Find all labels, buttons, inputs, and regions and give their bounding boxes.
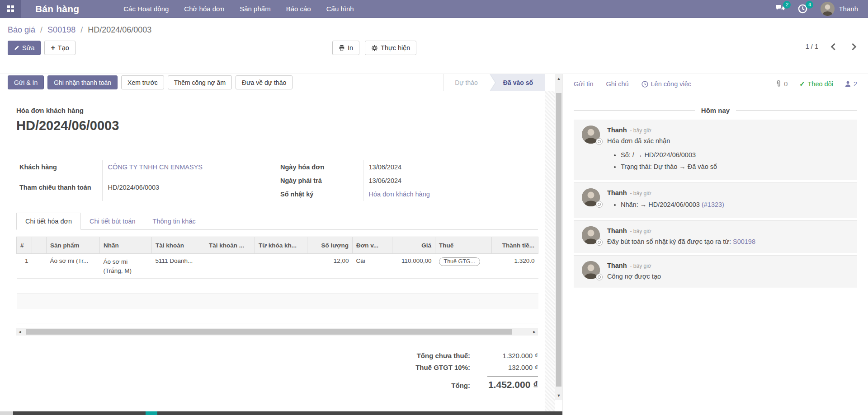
chatter-panel: Gửi tin Ghi chú Lên công việc 0 ✓ Theo d… — [562, 74, 868, 415]
menu-products[interactable]: Sản phẩm — [240, 5, 270, 13]
tracking-change: Số: / → HD/2024/06/0003 — [621, 150, 717, 160]
cell-price[interactable]: 110.000,00 — [392, 254, 435, 279]
message-text: Đây bút toán sổ nhật ký đã được tạo ra t… — [607, 237, 755, 247]
register-payment-button[interactable]: Ghi nhận thanh toán — [47, 75, 118, 89]
message-author[interactable]: Thanh — [607, 226, 627, 236]
tax-tag[interactable]: Thuế GTG... — [439, 257, 480, 266]
record-link[interactable]: (#1323) — [702, 201, 724, 208]
app-title[interactable]: Bán hàng — [35, 4, 79, 14]
pager-count: 1 / 1 — [806, 43, 818, 50]
scroll-left-icon[interactable]: ◄ — [16, 328, 24, 336]
scroll-up-icon[interactable]: ▲ — [555, 75, 562, 82]
total-amount: 1.452.000 ₫ — [479, 379, 538, 390]
follow-button[interactable]: ✓ Theo dõi — [799, 80, 833, 88]
col-label[interactable]: Nhãn — [100, 237, 152, 254]
state-posted[interactable]: Đã vào sổ — [490, 74, 545, 91]
cell-keyword[interactable] — [255, 254, 307, 279]
followers-button[interactable]: 2 — [845, 80, 857, 88]
col-account2[interactable]: Tài khoản ... — [205, 237, 255, 254]
scroll-down-icon[interactable]: ▼ — [555, 392, 562, 399]
menu-activities[interactable]: Các Hoạt động — [123, 5, 169, 13]
col-index: # — [17, 237, 32, 254]
apps-menu-button[interactable] — [0, 0, 21, 18]
schedule-activity-button[interactable]: Lên công việc — [642, 80, 691, 88]
log-note-button[interactable]: Ghi chú — [606, 80, 629, 88]
reset-to-draft-button[interactable]: Đưa về dự thảo — [236, 75, 292, 89]
vertical-scrollbar[interactable]: ▲ ▼ — [555, 74, 562, 400]
scroll-right-icon[interactable]: ► — [531, 328, 538, 336]
bottom-edge-bar — [0, 411, 562, 415]
tab-other-info[interactable]: Thông tin khác — [144, 213, 204, 229]
due-date-label: Ngày phải trả — [277, 174, 363, 187]
attachments-button[interactable]: 0 — [776, 80, 788, 88]
horizontal-scrollbar-thumb[interactable] — [26, 329, 512, 335]
pager-previous-icon[interactable] — [831, 43, 838, 50]
attachments-count: 0 — [784, 80, 788, 88]
cell-account2[interactable] — [205, 254, 255, 279]
vertical-scrollbar-thumb[interactable] — [556, 93, 561, 387]
col-price[interactable]: Giá — [392, 237, 435, 254]
field-group: Khách hàng CÔNG TY TNHH CN ENMASYS Tham … — [16, 160, 538, 201]
cell-product[interactable]: Áo sơ mi (Tr... — [47, 254, 100, 279]
payment-ref-value: HD/2024/06/0003 — [102, 181, 277, 201]
tab-journal-items[interactable]: Chi tiết bút toán — [81, 213, 144, 229]
create-button[interactable]: + Tạo — [44, 41, 75, 55]
action-label: Thực hiện — [381, 44, 410, 51]
col-keyword[interactable]: Từ khóa kh... — [255, 237, 307, 254]
customer-link[interactable]: CÔNG TY TNHH CN ENMASYS — [108, 163, 203, 171]
main-menu: Các Hoạt động Chờ hóa đơn Sản phẩm Báo c… — [123, 5, 354, 13]
tracking-change: Nhãn: → HD/2024/06/0003 (#1323) — [621, 200, 724, 210]
clock-icon — [642, 81, 648, 88]
messages-badge: 2 — [783, 1, 791, 9]
print-button[interactable]: In — [332, 41, 359, 55]
check-icon: ✓ — [799, 80, 805, 88]
source-order-link[interactable]: S00198 — [733, 238, 755, 245]
send-message-button[interactable]: Gửi tin — [574, 80, 594, 88]
menu-reporting[interactable]: Báo cáo — [286, 5, 311, 13]
journal-link[interactable]: Hóa đơn khách hàng — [369, 191, 430, 198]
tab-invoice-lines[interactable]: Chi tiết hóa đơn — [16, 213, 81, 230]
preview-button[interactable]: Xem trước — [121, 75, 164, 89]
pager-next-icon[interactable] — [849, 43, 857, 50]
col-uom[interactable]: Đơn v... — [353, 237, 392, 254]
col-quantity[interactable]: Số lượng — [307, 237, 353, 254]
tax-amount: 132.000 ₫ — [479, 364, 538, 371]
tracking-change: Trạng thái: Dự thảo → Đã vào sổ — [621, 162, 717, 172]
invoice-line-row[interactable]: 1 Áo sơ mi (Tr... Áo sơ mi (Trắng, M) 51… — [17, 254, 538, 279]
user-menu[interactable]: Thanh — [821, 2, 858, 16]
col-subtotal[interactable]: Thành tiề... — [492, 237, 538, 254]
tracking-icon — [596, 239, 603, 246]
message-author[interactable]: Thanh — [607, 126, 627, 135]
col-account[interactable]: Tài khoản — [152, 237, 205, 254]
add-credit-note-button[interactable]: Thêm công nợ âm — [168, 75, 232, 89]
message-time: - bây giờ — [630, 126, 651, 135]
breadcrumb-quotations[interactable]: Báo giá — [8, 25, 35, 34]
cell-uom[interactable]: Cái — [353, 254, 392, 279]
messages-button[interactable]: 2 — [775, 4, 786, 14]
cell-account[interactable]: 5111 Doanh... — [152, 254, 205, 279]
cell-label[interactable]: Áo sơ mi (Trắng, M) — [100, 254, 152, 279]
col-taxes[interactable]: Thuế — [435, 237, 492, 254]
col-product[interactable]: Sản phẩm — [47, 237, 100, 254]
invoice-date-label: Ngày hóa đơn — [277, 160, 363, 174]
horizontal-scrollbar[interactable]: ◄ ► — [16, 328, 538, 336]
breadcrumb-separator: / — [80, 25, 83, 34]
action-button[interactable]: Thực hiện — [365, 41, 416, 55]
send-print-button[interactable]: Gửi & In — [8, 75, 44, 89]
message: Thanh - bây giờ Đây bút toán sổ nhật ký … — [574, 220, 857, 253]
cell-quantity[interactable]: 12,00 — [307, 254, 353, 279]
message-time: - bây giờ — [630, 261, 651, 271]
breadcrumb-order[interactable]: S00198 — [47, 25, 75, 34]
notebook-tabs: Chi tiết hóa đơn Chi tiết bút toán Thông… — [16, 213, 538, 230]
breadcrumb: Báo giá / S00198 / HD/2024/06/0003 — [8, 25, 151, 35]
edit-button[interactable]: Sửa — [8, 41, 41, 55]
message-author[interactable]: Thanh — [607, 261, 627, 270]
message-author[interactable]: Thanh — [607, 188, 627, 198]
state-draft[interactable]: Dự thảo — [443, 74, 490, 91]
message-list: Thanh - bây giờ Hóa đơn đã xác nhận Số: … — [574, 120, 857, 288]
menu-to-invoice[interactable]: Chờ hóa đơn — [184, 5, 224, 13]
invoice-number-title: HD/2024/06/0003 — [16, 118, 545, 133]
activities-button[interactable]: 4 — [798, 4, 809, 14]
user-avatar — [821, 2, 835, 16]
menu-configuration[interactable]: Cấu hình — [326, 5, 354, 13]
